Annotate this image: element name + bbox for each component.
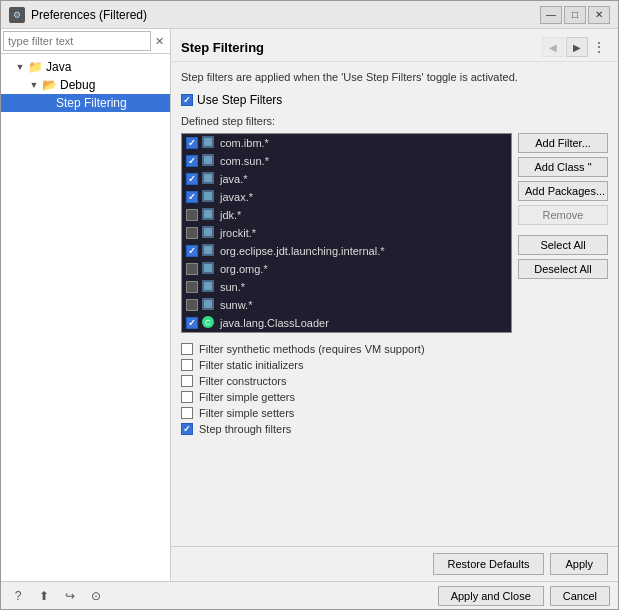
expand-debug-icon: ▼: [29, 80, 39, 90]
filter-list-item[interactable]: ✓com.ibm.*: [182, 134, 511, 152]
option-row[interactable]: Filter static initializers: [181, 359, 608, 371]
filter-item-checkbox[interactable]: [186, 299, 198, 311]
preferences-window: ⚙ Preferences (Filtered) — □ ✕ ✕ ▼ 📁 Jav…: [0, 0, 619, 610]
tree: ▼ 📁 Java ▼ 📂 Debug Step Filtering: [1, 54, 170, 581]
panel-title: Step Filtering: [181, 40, 264, 55]
export-icon[interactable]: ⬆: [35, 587, 53, 605]
filter-list-item[interactable]: ✓com.sun.*: [182, 152, 511, 170]
apply-button[interactable]: Apply: [550, 553, 608, 575]
panel-bottom-buttons: Restore Defaults Apply: [171, 546, 618, 581]
filter-item-label: java.*: [220, 173, 248, 185]
option-label: Filter constructors: [199, 375, 286, 387]
side-buttons: Add Filter... Add Class " Add Packages..…: [518, 133, 608, 333]
filter-list-item[interactable]: jdk.*: [182, 206, 511, 224]
filter-item-checkbox[interactable]: ✓: [186, 137, 198, 149]
filter-item-checkbox[interactable]: ✓: [186, 245, 198, 257]
filter-list[interactable]: ✓com.ibm.*✓com.sun.*✓java.*✓javax.*jdk.*…: [181, 133, 512, 333]
status-bar: ? ⬆ ↪ ⊙ Apply and Close Cancel: [1, 581, 618, 609]
filter-item-label: org.omg.*: [220, 263, 268, 275]
defined-filters-label: Defined step filters:: [181, 115, 608, 127]
options-section: Filter synthetic methods (requires VM su…: [181, 343, 608, 435]
option-row[interactable]: Filter simple getters: [181, 391, 608, 403]
filter-item-checkbox[interactable]: ✓: [186, 155, 198, 167]
sidebar-item-java[interactable]: ▼ 📁 Java: [1, 58, 170, 76]
add-class-button[interactable]: Add Class ": [518, 157, 608, 177]
search-input[interactable]: [3, 31, 151, 51]
filter-item-checkbox[interactable]: [186, 263, 198, 275]
import-icon[interactable]: ↪: [61, 587, 79, 605]
option-label: Filter simple setters: [199, 407, 294, 419]
option-label: Filter static initializers: [199, 359, 304, 371]
right-panel: Step Filtering ◀ ▶ ⋮ Step filters are ap…: [171, 29, 618, 581]
restore-button[interactable]: □: [564, 6, 586, 24]
filter-list-item[interactable]: ✓Cjava.lang.ClassLoader: [182, 314, 511, 332]
filter-item-icon: [202, 136, 216, 150]
filter-list-item[interactable]: jrockit.*: [182, 224, 511, 242]
option-row[interactable]: Filter synthetic methods (requires VM su…: [181, 343, 608, 355]
info-icon[interactable]: ⊙: [87, 587, 105, 605]
apply-close-button[interactable]: Apply and Close: [438, 586, 544, 606]
sidebar-item-step-filtering[interactable]: Step Filtering: [1, 94, 170, 112]
option-row[interactable]: Filter constructors: [181, 375, 608, 387]
filter-item-label: java.lang.ClassLoader: [220, 317, 329, 329]
java-label: Java: [46, 60, 71, 74]
filter-list-item[interactable]: ✓javax.*: [182, 188, 511, 206]
add-packages-button[interactable]: Add Packages...: [518, 181, 608, 201]
filter-item-icon: [202, 226, 216, 240]
help-icon[interactable]: ?: [9, 587, 27, 605]
filter-item-icon: [202, 298, 216, 312]
nav-more-button[interactable]: ⋮: [590, 39, 608, 55]
description-text: Step filters are applied when the 'Use S…: [181, 70, 608, 85]
use-step-filters-row[interactable]: Use Step Filters: [181, 93, 608, 107]
filter-item-checkbox[interactable]: [186, 227, 198, 239]
panel-body: Step filters are applied when the 'Use S…: [171, 62, 618, 546]
add-filter-button[interactable]: Add Filter...: [518, 133, 608, 153]
app-icon: ⚙: [9, 7, 25, 23]
option-row[interactable]: Filter simple setters: [181, 407, 608, 419]
debug-label: Debug: [60, 78, 95, 92]
filter-bar: ✕: [1, 29, 170, 54]
main-content: ✕ ▼ 📁 Java ▼ 📂 Debug Step Filtering: [1, 29, 618, 581]
deselect-all-button[interactable]: Deselect All: [518, 259, 608, 279]
option-row[interactable]: ✓Step through filters: [181, 423, 608, 435]
use-step-filters-checkbox[interactable]: [181, 94, 193, 106]
panel-nav: ◀ ▶ ⋮: [542, 37, 608, 57]
filters-area: ✓com.ibm.*✓com.sun.*✓java.*✓javax.*jdk.*…: [181, 133, 608, 333]
filter-item-checkbox[interactable]: [186, 281, 198, 293]
filter-item-checkbox[interactable]: ✓: [186, 317, 198, 329]
filter-item-label: javax.*: [220, 191, 253, 203]
cancel-button[interactable]: Cancel: [550, 586, 610, 606]
sidebar: ✕ ▼ 📁 Java ▼ 📂 Debug Step Filtering: [1, 29, 171, 581]
minimize-button[interactable]: —: [540, 6, 562, 24]
nav-fwd-button[interactable]: ▶: [566, 37, 588, 57]
nav-back-button[interactable]: ◀: [542, 37, 564, 57]
expand-java-icon: ▼: [15, 62, 25, 72]
filter-item-icon: [202, 172, 216, 186]
filter-list-item[interactable]: ✓org.eclipse.jdt.launching.internal.*: [182, 242, 511, 260]
filter-item-checkbox[interactable]: ✓: [186, 173, 198, 185]
filter-item-icon: [202, 154, 216, 168]
filter-item-icon: [202, 244, 216, 258]
filter-item-checkbox[interactable]: ✓: [186, 191, 198, 203]
filter-list-item[interactable]: sun.*: [182, 278, 511, 296]
title-bar: ⚙ Preferences (Filtered) — □ ✕: [1, 1, 618, 29]
clear-filter-button[interactable]: ✕: [151, 32, 168, 50]
status-icons: ? ⬆ ↪ ⊙: [9, 587, 105, 605]
filter-item-label: org.eclipse.jdt.launching.internal.*: [220, 245, 385, 257]
panel-header: Step Filtering ◀ ▶ ⋮: [171, 29, 618, 62]
restore-defaults-button[interactable]: Restore Defaults: [433, 553, 545, 575]
sidebar-item-debug[interactable]: ▼ 📂 Debug: [1, 76, 170, 94]
java-folder-icon: 📁: [28, 60, 43, 74]
filter-list-item[interactable]: ✓java.*: [182, 170, 511, 188]
filter-item-checkbox[interactable]: [186, 209, 198, 221]
filter-item-label: jdk.*: [220, 209, 241, 221]
close-button[interactable]: ✕: [588, 6, 610, 24]
filter-item-icon: C: [202, 316, 216, 330]
filter-list-item[interactable]: org.omg.*: [182, 260, 511, 278]
remove-button[interactable]: Remove: [518, 205, 608, 225]
filter-item-label: sunw.*: [220, 299, 252, 311]
filter-list-item[interactable]: sunw.*: [182, 296, 511, 314]
option-label: Step through filters: [199, 423, 291, 435]
filter-item-icon: [202, 262, 216, 276]
select-all-button[interactable]: Select All: [518, 235, 608, 255]
